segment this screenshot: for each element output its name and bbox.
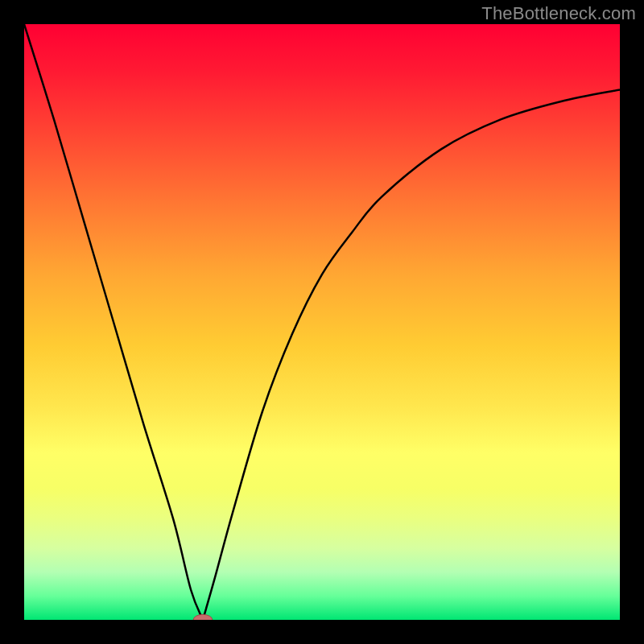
chart-frame: TheBottleneck.com: [0, 0, 644, 644]
curve-right-branch: [203, 89, 620, 620]
minimum-marker: [193, 614, 213, 620]
curve-left-branch: [24, 24, 203, 620]
chart-plot-area: [24, 24, 620, 620]
chart-svg: [24, 24, 620, 620]
watermark-text: TheBottleneck.com: [481, 3, 636, 24]
